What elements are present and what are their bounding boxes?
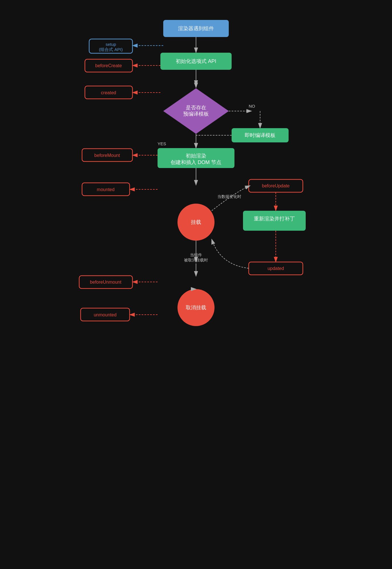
- setup-label: setup: [106, 42, 116, 47]
- precompiled-label2: 预编译模板: [183, 111, 209, 117]
- unmounted-label: unmounted: [94, 312, 117, 317]
- updated-label: updated: [268, 266, 284, 271]
- diagram-container: 渲染器遇到组件 setup (组合式 API) beforeCreate 初始化…: [66, 0, 326, 569]
- no-label: NO: [249, 104, 255, 109]
- jit-label: 即时编译模板: [245, 132, 275, 138]
- setup-sublabel: (组合式 API): [99, 47, 122, 52]
- data-change-label: 当数据变化时: [217, 194, 241, 199]
- precompiled-label1: 是否存在: [186, 105, 206, 110]
- initial-render-label2: 创建和插入 DOM 节点: [171, 159, 221, 165]
- before-update-label: beforeUpdate: [262, 183, 290, 188]
- before-unmount-label: beforeUnmount: [90, 280, 122, 284]
- before-create-label: beforeCreate: [95, 63, 122, 68]
- re-render-label1: 重新渲染并打补丁: [254, 216, 295, 222]
- renderer-label: 渲染器遇到组件: [178, 26, 214, 31]
- mounted-circle-label: 挂载: [191, 219, 201, 225]
- init-options-label: 初始化选项式 API: [176, 58, 216, 64]
- unmount-trigger-label1: 当组件: [190, 253, 202, 257]
- before-mount-label: beforeMount: [94, 153, 120, 158]
- yes-label: YES: [158, 141, 166, 146]
- unmount-trigger-label2: 被取消挂载时: [184, 258, 208, 262]
- created-label: created: [101, 90, 116, 95]
- unmount-circle-label: 取消挂载: [186, 305, 206, 310]
- initial-render-label1: 初始渲染: [186, 153, 206, 159]
- mounted-label: mounted: [97, 187, 115, 192]
